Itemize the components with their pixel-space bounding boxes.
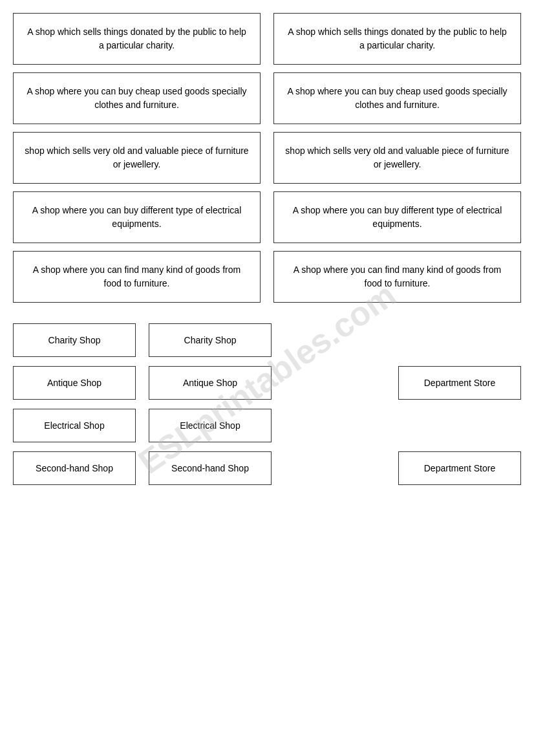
definition-charity-left: A shop which sells things donated by the…: [13, 13, 261, 65]
definition-antique-left: shop which sells very old and valuable p…: [13, 132, 261, 184]
label-secondhand-shop-1[interactable]: Second-hand Shop: [13, 451, 136, 485]
label-electrical-shop-2[interactable]: Electrical Shop: [149, 409, 272, 442]
definition-row-secondhand: A shop where you can buy cheap used good…: [13, 72, 521, 124]
labels-section: Charity Shop Charity Shop Antique Shop A…: [13, 323, 521, 485]
label-department-store-2[interactable]: Department Store: [398, 451, 521, 485]
label-secondhand-shop-2[interactable]: Second-hand Shop: [149, 451, 272, 485]
definition-electrical-right: A shop where you can buy different type …: [273, 191, 521, 243]
label-charity-shop-1[interactable]: Charity Shop: [13, 323, 136, 357]
definition-row-antique: shop which sells very old and valuable p…: [13, 132, 521, 184]
definition-department-right: A shop where you can find many kind of g…: [273, 251, 521, 303]
definition-charity-right: A shop which sells things donated by the…: [273, 13, 521, 65]
label-row-secondhand: Second-hand Shop Second-hand Shop Depart…: [13, 451, 521, 485]
definition-secondhand-right: A shop where you can buy cheap used good…: [273, 72, 521, 124]
definition-department-left: A shop where you can find many kind of g…: [13, 251, 261, 303]
label-row-antique: Antique Shop Antique Shop Department Sto…: [13, 366, 521, 400]
label-electrical-shop-1[interactable]: Electrical Shop: [13, 409, 136, 442]
definition-row-electrical: A shop where you can buy different type …: [13, 191, 521, 243]
label-antique-shop-1[interactable]: Antique Shop: [13, 366, 136, 400]
definition-electrical-left: A shop where you can buy different type …: [13, 191, 261, 243]
label-charity-shop-2[interactable]: Charity Shop: [149, 323, 272, 357]
label-row-charity: Charity Shop Charity Shop: [13, 323, 521, 357]
definition-row-charity: A shop which sells things donated by the…: [13, 13, 521, 65]
definition-secondhand-left: A shop where you can buy cheap used good…: [13, 72, 261, 124]
label-row-electrical: Electrical Shop Electrical Shop: [13, 409, 521, 442]
definition-antique-right: shop which sells very old and valuable p…: [273, 132, 521, 184]
definition-row-department: A shop where you can find many kind of g…: [13, 251, 521, 303]
label-antique-shop-2[interactable]: Antique Shop: [149, 366, 272, 400]
label-department-store-1[interactable]: Department Store: [398, 366, 521, 400]
